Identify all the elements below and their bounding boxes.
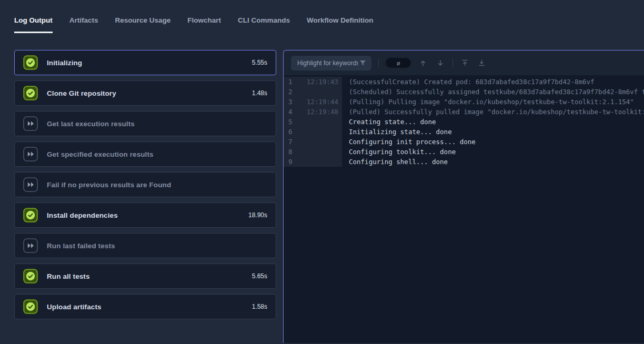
step-item-run-last-failed-tests[interactable]: Run last failed tests xyxy=(14,233,276,258)
log-text: Configuring toolkit... done xyxy=(342,147,456,157)
skip-icon xyxy=(23,238,38,253)
step-item-install-dependencies[interactable]: Install dependencies 18.90s xyxy=(14,203,276,228)
previous-match-button[interactable] xyxy=(418,58,428,68)
step-label: Get specified execution results xyxy=(47,150,154,158)
check-icon xyxy=(23,86,38,100)
step-label: Run last failed tests xyxy=(47,242,115,250)
log-line: 2(Scheduled) Successfully assigned testk… xyxy=(284,87,644,97)
step-item-get-last-execution-results[interactable]: Get last execution results xyxy=(14,111,276,136)
step-item-get-specified-execution-results[interactable]: Get specified execution results xyxy=(14,141,276,167)
log-text: Configuring init process... done xyxy=(342,137,476,147)
timestamp xyxy=(298,147,342,157)
step-item-fail-if-no-previous-results[interactable]: Fail if no previous results are Found xyxy=(14,172,276,197)
log-panel: ø 112:19:43(SuccessfulCreate) Created po… xyxy=(283,50,644,343)
check-icon xyxy=(23,299,38,314)
scroll-to-top-button[interactable] xyxy=(460,58,470,68)
step-duration: 1.48s xyxy=(252,89,267,97)
step-label: Fail if no previous results are Found xyxy=(47,181,171,189)
tab-workflow-definition[interactable]: Workflow Definition xyxy=(307,16,374,33)
timestamp: 12:19:44 xyxy=(298,97,342,107)
timestamp xyxy=(298,157,342,167)
step-item-run-all-tests[interactable]: Run all tests 5.65s xyxy=(14,264,276,289)
tab-artifacts[interactable]: Artifacts xyxy=(69,16,98,33)
line-number: 8 xyxy=(284,147,298,157)
line-number: 7 xyxy=(284,137,298,147)
log-line: 412:19:48(Pulled) Successfully pulled im… xyxy=(284,107,644,117)
timestamp xyxy=(298,117,342,127)
step-item-clone-git-repository[interactable]: Clone Git repository 1.48s xyxy=(14,80,276,106)
step-label: Install dependencies xyxy=(47,211,118,219)
step-duration: 1.58s xyxy=(252,303,267,310)
log-line: 9Configuring shell... done xyxy=(284,157,644,167)
log-lines[interactable]: 112:19:43(SuccessfulCreate) Created pod:… xyxy=(284,75,644,343)
steps-panel: Initializing 5.55s Clone Git repository … xyxy=(14,50,276,343)
log-text: (Pulling) Pulling image "docker.io/kubes… xyxy=(342,97,634,107)
log-text: (Pulled) Successfully pulled image "dock… xyxy=(342,107,644,117)
line-number: 4 xyxy=(284,107,298,117)
log-toolbar: ø xyxy=(284,50,644,75)
skip-icon xyxy=(23,116,38,131)
check-icon xyxy=(23,269,38,284)
line-number: 3 xyxy=(284,97,298,107)
step-duration: 18.90s xyxy=(248,211,267,219)
main-content: Initializing 5.55s Clone Git repository … xyxy=(0,50,644,343)
step-label: Upload artifacts xyxy=(47,303,102,311)
tab-bar: Log Output Artifacts Resource Usage Flow… xyxy=(0,0,644,33)
skip-icon xyxy=(23,177,38,192)
keyword-search xyxy=(291,56,371,70)
check-icon xyxy=(23,208,38,222)
timestamp: 12:19:48 xyxy=(298,107,342,117)
step-label: Clone Git repository xyxy=(47,89,116,97)
step-label: Run all tests xyxy=(47,272,90,280)
step-label: Initializing xyxy=(47,59,82,67)
log-line: 8Configuring toolkit... done xyxy=(284,147,644,157)
keyword-search-input[interactable] xyxy=(296,59,359,67)
filter-icon xyxy=(359,60,366,66)
tab-log-output[interactable]: Log Output xyxy=(14,16,53,33)
log-text: (Scheduled) Successfully assigned testku… xyxy=(342,87,644,97)
timestamp: 12:19:43 xyxy=(298,77,342,87)
log-text: Creating state... done xyxy=(342,117,436,127)
log-line: 5Creating state... done xyxy=(284,117,644,127)
check-icon xyxy=(23,55,38,70)
next-match-button[interactable] xyxy=(435,58,446,68)
step-label: Get last execution results xyxy=(47,120,135,128)
log-line: 7Configuring init process... done xyxy=(284,137,644,147)
tab-resource-usage[interactable]: Resource Usage xyxy=(115,16,171,33)
toolbar-divider xyxy=(378,59,379,67)
step-duration: 5.55s xyxy=(252,59,267,66)
step-item-initializing[interactable]: Initializing 5.55s xyxy=(14,50,276,75)
timestamp xyxy=(298,127,342,137)
log-line: 112:19:43(SuccessfulCreate) Created pod:… xyxy=(284,77,644,87)
match-count-badge: ø xyxy=(386,58,411,68)
line-number: 1 xyxy=(284,77,298,87)
step-item-upload-artifacts[interactable]: Upload artifacts 1.58s xyxy=(14,294,276,319)
timestamp xyxy=(298,87,342,97)
log-line: 6Initializing state... done xyxy=(284,127,644,137)
toolbar-divider xyxy=(452,59,453,67)
timestamp xyxy=(298,137,342,147)
line-number: 6 xyxy=(284,127,298,137)
line-number: 2 xyxy=(284,87,298,97)
skip-icon xyxy=(23,147,38,161)
log-text: Configuring shell... done xyxy=(342,157,448,167)
log-text: Initializing state... done xyxy=(342,127,452,137)
line-number: 5 xyxy=(284,117,298,127)
tab-cli-commands[interactable]: CLI Commands xyxy=(238,16,290,33)
log-text: (SuccessfulCreate) Created pod: 683d7aba… xyxy=(342,77,595,87)
step-duration: 5.65s xyxy=(252,272,267,280)
tab-flowchart[interactable]: Flowchart xyxy=(187,16,221,33)
log-line: 312:19:44(Pulling) Pulling image "docker… xyxy=(284,97,644,107)
line-number: 9 xyxy=(284,157,298,167)
scroll-to-bottom-button[interactable] xyxy=(477,58,487,68)
